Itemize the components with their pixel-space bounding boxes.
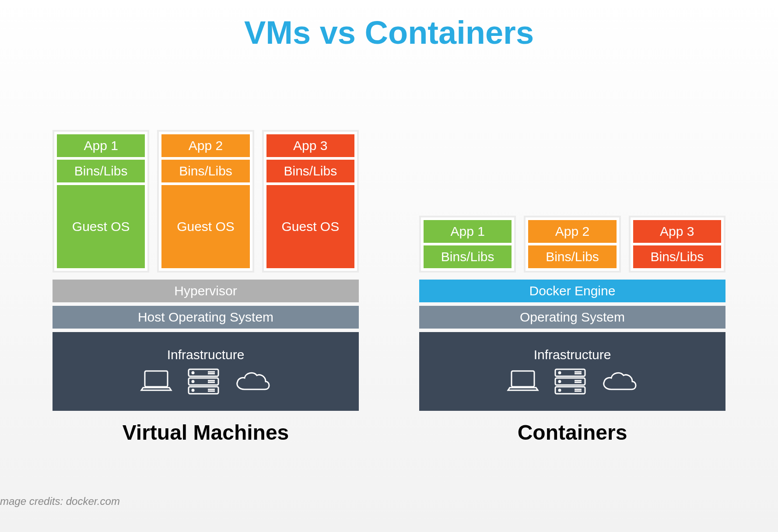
vm-app-1: App 1 [57, 134, 145, 157]
svg-point-19 [559, 389, 561, 391]
slide: VMs vs Containers App 1 Bins/Libs Guest … [0, 0, 778, 532]
vm-app-3: App 3 [266, 134, 354, 157]
cont-stack-2: App 2 Bins/Libs [524, 216, 620, 273]
vm-stack-2: App 2 Bins/Libs Guest OS [157, 130, 254, 273]
vm-bins-3: Bins/Libs [266, 160, 354, 182]
containers-column: App 1 Bins/Libs App 2 Bins/Libs App 3 Bi… [419, 83, 725, 444]
laptop-icon [139, 368, 174, 395]
vm-column: App 1 Bins/Libs Guest OS App 2 Bins/Libs… [53, 83, 359, 444]
vm-bins-2: Bins/Libs [161, 160, 249, 182]
cont-bins-1: Bins/Libs [424, 245, 512, 268]
cont-infra-label: Infrastructure [534, 347, 611, 362]
vm-guest-2: Guest OS [161, 185, 249, 268]
vm-infrastructure: Infrastructure [53, 332, 359, 411]
cloud-icon [233, 368, 273, 395]
cont-caption: Containers [419, 420, 725, 444]
cont-infrastructure: Infrastructure [419, 332, 725, 411]
vm-hypervisor: Hypervisor [53, 280, 359, 302]
vm-caption: Virtual Machines [53, 420, 359, 444]
vm-host-os: Host Operating System [53, 306, 359, 329]
vm-infra-label: Infrastructure [167, 347, 245, 362]
vm-stacks: App 1 Bins/Libs Guest OS App 2 Bins/Libs… [53, 130, 359, 273]
cont-stack-3: App 3 Bins/Libs [629, 216, 725, 273]
slide-title: VMs vs Containers [0, 14, 778, 51]
cont-bins-3: Bins/Libs [633, 245, 721, 268]
vm-bins-1: Bins/Libs [57, 160, 145, 182]
svg-rect-0 [145, 371, 168, 387]
svg-point-18 [559, 381, 561, 382]
cont-infra-icons [505, 368, 639, 396]
vm-stack-3: App 3 Bins/Libs Guest OS [262, 130, 359, 273]
svg-rect-13 [512, 371, 534, 387]
cont-app-2: App 2 [528, 220, 616, 243]
cont-os: Operating System [419, 306, 725, 329]
server-icon [186, 368, 221, 396]
svg-point-5 [192, 381, 194, 382]
server-icon [553, 368, 588, 396]
cont-app-1: App 1 [424, 220, 512, 243]
diagram-columns: App 1 Bins/Libs Guest OS App 2 Bins/Libs… [53, 83, 725, 444]
vm-guest-3: Guest OS [266, 185, 354, 268]
laptop-icon [505, 368, 540, 395]
vm-infra-icons [139, 368, 273, 396]
vm-app-2: App 2 [161, 134, 249, 157]
vm-stack-1: App 1 Bins/Libs Guest OS [53, 130, 149, 273]
svg-point-4 [192, 372, 194, 374]
cont-bins-2: Bins/Libs [528, 245, 616, 268]
cloud-icon [600, 368, 639, 395]
svg-point-17 [559, 372, 561, 374]
image-credits: mage credits: docker.com [0, 495, 120, 508]
cont-stack-1: App 1 Bins/Libs [419, 216, 516, 273]
vm-guest-1: Guest OS [57, 185, 145, 268]
svg-point-6 [192, 389, 194, 391]
cont-stacks: App 1 Bins/Libs App 2 Bins/Libs App 3 Bi… [419, 216, 725, 273]
docker-engine: Docker Engine [419, 280, 725, 302]
cont-app-3: App 3 [633, 220, 721, 243]
